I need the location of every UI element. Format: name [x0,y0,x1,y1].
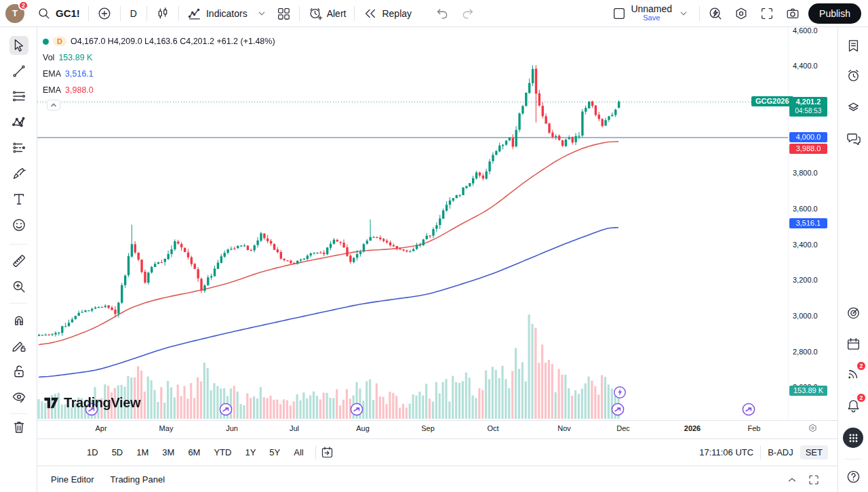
apps-grid-icon [846,430,861,446]
volume-legend-row[interactable]: Vol 153.89 K [43,49,275,66]
panel-expand-icon[interactable] [808,474,820,486]
save-link[interactable]: Save [643,14,660,22]
contract-rollover-marker-icon[interactable] [611,403,625,416]
remove-drawings[interactable] [9,417,28,436]
quick-search-button[interactable] [703,3,728,24]
notification-count-badge: 2 [856,361,866,371]
ideas-panel[interactable] [844,303,863,322]
help-button[interactable] [844,467,863,486]
range-button-1d[interactable]: 1D [82,445,103,459]
ema-label: EMA [43,69,61,79]
layout-grid-button[interactable] [271,3,296,24]
object-tree-panel[interactable] [844,97,863,116]
session-toggle[interactable]: SET [800,445,828,459]
zoom-in-tool[interactable] [9,277,28,296]
plus-circle-icon [97,6,112,21]
user-avatar[interactable]: T 2 [5,4,24,23]
layout-select-button[interactable]: Unnamed Save [606,3,696,24]
ema-label: EMA [43,85,61,95]
indicator-templates-button[interactable] [253,3,271,24]
projection-tool[interactable] [9,138,28,157]
brush-tool[interactable] [9,164,28,183]
contract-rollover-marker-icon[interactable] [350,403,363,416]
interval-button[interactable]: D [123,3,144,24]
range-button-1y[interactable]: 1Y [240,445,260,459]
publish-button[interactable]: Publish [808,3,861,24]
compare-add-symbol-button[interactable] [92,3,117,24]
symbol-legend-row[interactable]: D O4,167.0 H4,209.0 L4,163.6 C4,201.2 +6… [43,33,275,49]
layout-name-save: Unnamed Save [631,4,672,22]
pine-editor-tab[interactable]: Pine Editor [43,467,102,492]
apps-menu[interactable] [843,428,863,448]
range-button-all[interactable]: All [289,445,308,459]
fullscreen-icon [760,6,774,21]
measure-tool[interactable] [9,251,28,270]
range-divider [315,446,316,459]
text-tool[interactable] [9,190,28,209]
ema-fast-legend-row[interactable]: EMA 3,988.0 [43,82,275,98]
indicators-button[interactable]: Indicators [182,3,253,24]
legend-collapse-button[interactable] [47,100,60,110]
magnet-mode[interactable] [9,310,28,329]
layout-square-icon [612,6,627,21]
range-button-ytd[interactable]: YTD [209,445,236,459]
indicators-icon [187,6,202,21]
range-button-5d[interactable]: 5D [107,445,128,459]
range-button-5y[interactable]: 5Y [264,445,285,459]
price-tick-label: 3,400.0 [793,241,818,249]
pattern-tool[interactable] [9,112,28,131]
trading-panel-tab[interactable]: Trading Panel [102,467,173,492]
contract-rollover-marker-icon[interactable] [219,403,233,416]
emoji-tool[interactable] [9,216,28,234]
clock-utc[interactable]: 17:11:06 UTC [699,447,753,457]
trash-icon [11,419,27,435]
range-divider [760,446,761,459]
redo-icon [460,6,475,21]
back-adjust-toggle[interactable]: B-ADJ [768,447,793,457]
toolbar-divider [699,6,700,21]
notifications-panel[interactable]: 2 [844,396,863,415]
streams-panel[interactable]: 2 [844,364,863,383]
calendar-panel[interactable] [844,334,863,353]
range-button-1m[interactable]: 1M [132,445,153,459]
toolbar-divider [120,6,121,21]
trend-line-tool[interactable] [9,62,28,81]
chart-settings-button[interactable] [728,3,754,24]
contract-rollover-marker-icon[interactable] [742,403,755,416]
interval-badge[interactable]: D [53,37,66,46]
symbol-search-button[interactable]: GC1! [31,3,85,24]
panel-chevron-up-icon[interactable] [786,474,798,486]
tradingview-watermark-logo[interactable]: TradingView [43,395,140,411]
bar-replay-button[interactable]: Replay [357,3,417,24]
fib-retracement-tool[interactable] [9,87,28,106]
horizontal-line-price-badge[interactable]: 4,000.0 [789,132,827,142]
hide-drawings[interactable] [9,388,28,407]
watchlist-panel[interactable] [844,36,863,55]
range-button-3m[interactable]: 3M [157,445,179,459]
range-button-6m[interactable]: 6M [183,445,205,459]
price-scale-settings-gear-icon[interactable] [808,423,818,433]
create-alert-button[interactable]: Alert [302,3,352,24]
go-to-date-icon[interactable] [320,445,334,459]
snapshot-button[interactable] [780,3,806,24]
undo-button[interactable] [429,3,455,24]
chat-panel[interactable] [844,129,863,148]
last-price-badge: 4,201.2 04:58:53 [789,97,827,117]
redo-button[interactable] [455,3,481,24]
stay-in-drawing-mode[interactable] [9,336,28,355]
forecast-icon [11,140,27,156]
time-tick-label: May [159,424,174,432]
toolbar-divider [9,244,27,245]
toolbar-divider [146,6,147,21]
toolbar-divider [88,6,89,21]
ema-slow-legend-row[interactable]: EMA 3,516.1 [43,66,275,82]
chart-style-button[interactable] [150,3,176,24]
alerts-panel[interactable] [844,66,863,85]
lock-drawings[interactable] [9,362,28,381]
event-lightning-marker-icon[interactable] [613,386,627,399]
contract-label-badge[interactable]: GCG2026 [751,96,793,106]
time-axis[interactable]: AprMayJunJulAugSepOctNovDec2026Feb [37,420,837,438]
fullscreen-button[interactable] [754,3,780,24]
cursor-tool[interactable] [9,36,28,55]
time-tick-label: Jul [290,424,299,432]
